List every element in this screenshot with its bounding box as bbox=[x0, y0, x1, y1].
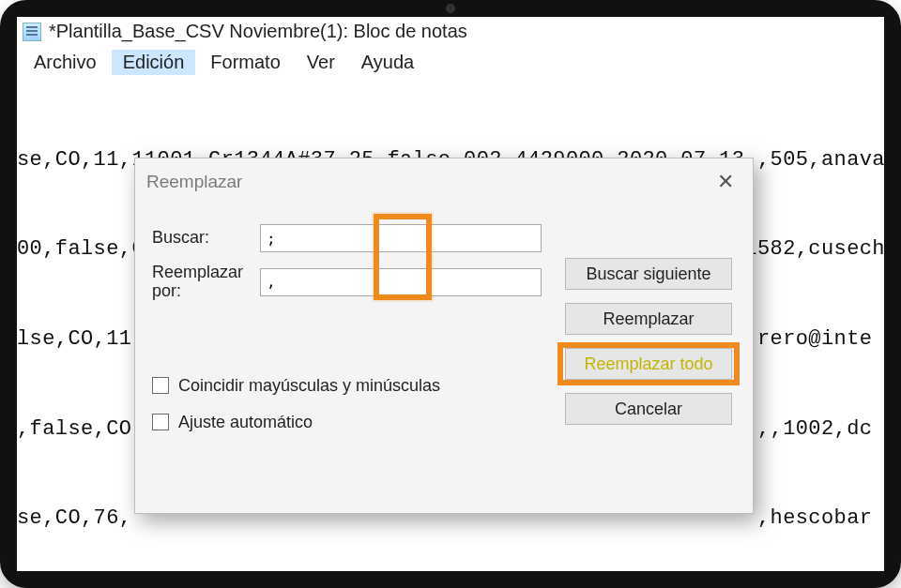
dialog-titlebar: Reemplazar ✕ bbox=[135, 158, 753, 205]
camera-notch bbox=[446, 4, 455, 13]
wrap-around-label: Ajuste automático bbox=[178, 413, 313, 432]
notepad-icon bbox=[23, 23, 41, 41]
match-case-label: Coincidir mayúsculas y minúsculas bbox=[178, 376, 440, 396]
find-next-button[interactable]: Buscar siguiente bbox=[565, 258, 732, 290]
replace-all-button[interactable]: Reemplazar todo bbox=[565, 348, 732, 380]
cancel-button[interactable]: Cancelar bbox=[565, 393, 732, 425]
find-row: Buscar: bbox=[152, 224, 736, 252]
close-icon[interactable]: ✕ bbox=[710, 168, 741, 196]
replace-label: Reemplazar por: bbox=[152, 264, 260, 301]
dialog-body: Buscar: Reemplazar por: Coincidir mayúsc… bbox=[135, 205, 753, 444]
dialog-title: Reemplazar bbox=[146, 172, 242, 192]
menu-ayuda[interactable]: Ayuda bbox=[350, 50, 425, 75]
replace-dialog: Reemplazar ✕ Buscar: Reemplazar por: Coi… bbox=[134, 158, 754, 514]
menubar: Archivo Edición Formato Ver Ayuda bbox=[17, 46, 884, 83]
app-screen: *Plantilla_Base_CSV Noviembre(1): Bloc d… bbox=[17, 17, 884, 571]
checkbox-box bbox=[152, 414, 169, 430]
window-title: *Plantilla_Base_CSV Noviembre(1): Bloc d… bbox=[49, 21, 467, 42]
checkbox-box bbox=[152, 377, 169, 394]
replace-input[interactable] bbox=[260, 268, 542, 296]
dialog-buttons: Buscar siguiente Reemplazar Reemplazar t… bbox=[565, 258, 732, 425]
menu-formato[interactable]: Formato bbox=[199, 50, 291, 75]
find-input[interactable] bbox=[260, 224, 542, 252]
menu-edicion[interactable]: Edición bbox=[112, 50, 196, 75]
menu-ver[interactable]: Ver bbox=[296, 50, 346, 75]
titlebar: *Plantilla_Base_CSV Noviembre(1): Bloc d… bbox=[17, 17, 884, 46]
find-label: Buscar: bbox=[152, 229, 260, 248]
menu-archivo[interactable]: Archivo bbox=[23, 50, 108, 75]
replace-button[interactable]: Reemplazar bbox=[565, 303, 732, 335]
